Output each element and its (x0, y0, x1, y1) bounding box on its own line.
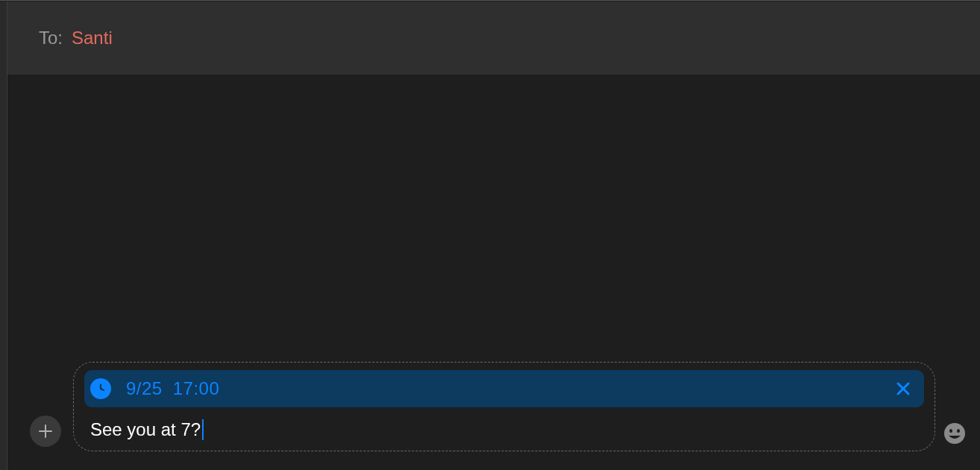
message-text: See you at 7? (90, 419, 201, 440)
to-label: To: (39, 28, 63, 48)
add-attachment-button[interactable] (30, 416, 61, 447)
left-bar (0, 1, 7, 470)
svg-point-9 (957, 429, 960, 433)
compose-wrapper: 9/2517:00 See you at 7? (30, 362, 935, 451)
svg-point-7 (944, 423, 965, 444)
emoji-icon (943, 422, 967, 445)
clock-icon (90, 378, 111, 399)
compose-box[interactable]: 9/2517:00 See you at 7? (73, 362, 935, 451)
svg-point-8 (949, 429, 952, 433)
message-input[interactable]: See you at 7? (84, 419, 924, 440)
to-recipient[interactable]: Santi (72, 28, 113, 48)
clear-scheduled-button[interactable] (893, 378, 914, 399)
text-cursor (202, 419, 204, 440)
close-icon (895, 380, 911, 397)
scheduled-date: 9/25 (126, 378, 163, 398)
recipient-header[interactable]: To: Santi (7, 1, 980, 75)
scheduled-time: 17:00 (173, 378, 220, 398)
plus-icon (37, 423, 54, 439)
scheduled-datetime: 9/2517:00 (126, 378, 219, 399)
scheduled-send-pill[interactable]: 9/2517:00 (84, 370, 924, 407)
emoji-picker-button[interactable] (941, 420, 968, 447)
